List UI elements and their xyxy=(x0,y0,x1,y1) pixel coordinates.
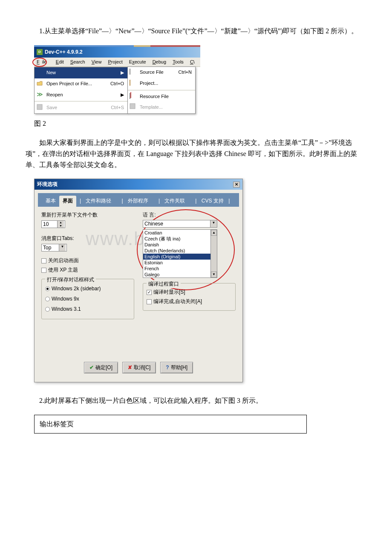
tabs-select[interactable]: ▼ xyxy=(41,244,67,251)
button-label: 取消[C] xyxy=(134,364,150,372)
menu-item-label: Template... xyxy=(140,104,163,111)
dropdown-icon[interactable]: ▼ xyxy=(59,244,66,251)
scroll-up-icon[interactable]: ▲ xyxy=(211,230,217,236)
help-button[interactable]: ? 帮助[H] xyxy=(160,362,193,373)
language-label: 语 言: xyxy=(143,211,236,219)
radio-label: Windows 9x xyxy=(52,296,79,302)
menu-item-new[interactable]: New ▶ xyxy=(35,67,127,78)
shortcut-text: Ctrl+S xyxy=(111,104,124,112)
open-icon xyxy=(36,80,43,87)
table-cell: 输出标签页 xyxy=(35,415,307,433)
close-icon[interactable]: ✕ xyxy=(233,182,240,188)
menu-execute[interactable]: Execute xyxy=(127,58,149,65)
cancel-button[interactable]: ✘ 取消[C] xyxy=(122,362,156,373)
new-submenu: Source File Ctrl+N Project... Resource F… xyxy=(127,66,196,113)
menu-edit[interactable]: Edit xyxy=(53,58,66,65)
page-icon xyxy=(130,68,136,75)
menu-file[interactable]: File xyxy=(34,58,52,65)
language-value[interactable] xyxy=(143,220,210,227)
tab-cvs[interactable]: | CVS 支持 | xyxy=(192,196,233,206)
xp-theme-checkbox[interactable]: 使用 XP 主题 xyxy=(41,266,134,274)
recent-files-label: 重新打开菜单下文件个数 xyxy=(41,211,134,219)
menu-bar: File Edit Search View Project Execute De… xyxy=(34,58,200,67)
recent-files-input[interactable] xyxy=(42,221,57,228)
button-label: 帮助[H] xyxy=(171,364,187,372)
window-title: Dev-C++ 4.9.9.2 xyxy=(45,48,83,56)
show-on-compile-checkbox[interactable]: ✓编译时显示[S] xyxy=(147,288,232,296)
autoclose-checkbox[interactable]: 编译完成,自动关闭[A] xyxy=(147,298,232,306)
menu-cvs[interactable]: C\ xyxy=(187,58,197,65)
lang-option[interactable]: Danish xyxy=(143,242,217,248)
menu-item-label: Source File xyxy=(140,69,164,76)
tabs-label: 消息窗口Tabs: xyxy=(41,234,134,243)
question-icon: ? xyxy=(166,364,169,372)
radio-win9x[interactable]: Windows 9x xyxy=(45,295,130,303)
checkbox-label: 关闭启动画面 xyxy=(48,257,79,263)
language-list[interactable]: Croatian Czech (蕃 嘖 ina) Danish Dutch (N… xyxy=(143,229,217,278)
right-column: 语 言: ▼ Croatian Czech (蕃 嘖 ina) Danish D… xyxy=(143,211,236,320)
tab-external[interactable]: | 外部程序 xyxy=(118,196,155,206)
menu-item-label: Project... xyxy=(140,80,158,87)
recent-files-spinbox[interactable]: ▲▼ xyxy=(41,220,65,228)
scroll-down-icon[interactable]: ▼ xyxy=(211,272,217,278)
language-combo[interactable]: ▼ xyxy=(143,220,217,228)
compile-groupbox: 编译过程窗口 ✓编译时显示[S] 编译完成,自动关闭[A] xyxy=(143,283,236,311)
tab-assoc[interactable]: | 文件关联 xyxy=(155,196,192,206)
lang-option[interactable]: Galego xyxy=(143,272,217,278)
menu-search[interactable]: Search xyxy=(68,58,88,65)
disable-splash-checkbox[interactable]: 关闭启动画面 xyxy=(41,257,134,265)
lang-option-selected[interactable]: English (Original) xyxy=(143,254,217,260)
menu-item-reopen[interactable]: ≫ Reopen ▶ xyxy=(35,90,127,101)
groupbox-title: 打开/保存对话框样式 xyxy=(45,276,96,284)
arrow-right-icon: ▶ xyxy=(121,91,124,99)
shortcut-text: Ctrl+O xyxy=(110,80,124,88)
radio-label: Windows 3.1 xyxy=(52,306,81,312)
button-label: 确定[O] xyxy=(95,364,112,372)
menu-item-save: Save Ctrl+S xyxy=(35,102,127,113)
menu-item-open[interactable]: Open Project or File... Ctrl+O xyxy=(35,78,127,90)
menu-project[interactable]: Project xyxy=(106,58,125,65)
file-menu: New ▶ Open Project or File... Ctrl+O ≫ R… xyxy=(34,67,128,113)
para-2: 如果大家看到界面上的字是中文的，则可以根据以下操作将界面改为英文。点击主菜单“工… xyxy=(26,137,366,170)
menu-item-resource-file[interactable]: Resource File xyxy=(128,91,195,102)
spin-down-icon[interactable]: ▼ xyxy=(58,224,64,228)
menu-item-label: Save xyxy=(46,104,57,112)
menu-item-label: Reopen xyxy=(46,91,63,99)
env-options-dialog: 环境选项 ✕ www.b c .m 基本 界面 | 文件和路径 | 外部程序 |… xyxy=(34,179,243,382)
shortcut-text: Ctrl+N xyxy=(179,69,192,76)
tab-basic[interactable]: 基本 xyxy=(42,196,59,206)
bottom-table: 输出标签页 xyxy=(34,415,307,434)
radio-label: Windows 2k (sidebar) xyxy=(52,286,101,292)
resource-icon xyxy=(130,92,136,99)
reopen-icon: ≫ xyxy=(36,91,43,98)
lang-option[interactable]: Dutch (Nederlands) xyxy=(143,248,217,254)
radio-win2k[interactable]: Windows 2k (sidebar) xyxy=(45,285,130,293)
radio-win31[interactable]: Windows 3.1 xyxy=(45,305,130,313)
x-icon: ✘ xyxy=(128,364,132,372)
svg-rect-0 xyxy=(37,104,42,110)
checkbox-label: 使用 XP 主题 xyxy=(48,267,78,273)
para-3: 2.此时屏幕右下侧出现一片白色区域，可以在此输入程序。如下图 3 所示。 xyxy=(26,395,366,406)
tab-interface[interactable]: 界面 xyxy=(59,196,76,206)
lang-option[interactable]: French xyxy=(143,266,217,272)
save-icon xyxy=(36,104,43,110)
menu-view[interactable]: View xyxy=(89,58,104,65)
lang-option[interactable]: Czech (蕃 嘖 ina) xyxy=(143,236,217,242)
spin-up-icon[interactable]: ▲ xyxy=(58,221,64,224)
dialog-title: 环境选项 xyxy=(37,180,58,188)
title-bar: D Dev-C++ 4.9.9.2 xyxy=(34,47,200,58)
tab-files[interactable]: | 文件和路径 xyxy=(76,196,118,206)
lang-option[interactable]: Estonian xyxy=(143,260,217,266)
check-icon: ✔ xyxy=(89,364,94,372)
menu-item-source-file[interactable]: Source File Ctrl+N xyxy=(128,67,195,78)
menu-item-project[interactable]: Project... xyxy=(128,78,195,89)
menu-debug[interactable]: Debug xyxy=(150,58,169,65)
dropdown-icon[interactable]: ▼ xyxy=(210,220,217,227)
menu-item-label: New xyxy=(46,69,56,77)
scrollbar[interactable]: ▲ ▼ xyxy=(210,230,217,278)
tabs-value[interactable] xyxy=(42,244,59,251)
dialog-buttons: ✔ 确定[O] ✘ 取消[C] ? 帮助[H] xyxy=(39,358,238,378)
menu-tools[interactable]: Tools xyxy=(170,58,186,65)
ok-button[interactable]: ✔ 确定[O] xyxy=(84,362,118,373)
lang-option[interactable]: Croatian xyxy=(143,230,217,236)
